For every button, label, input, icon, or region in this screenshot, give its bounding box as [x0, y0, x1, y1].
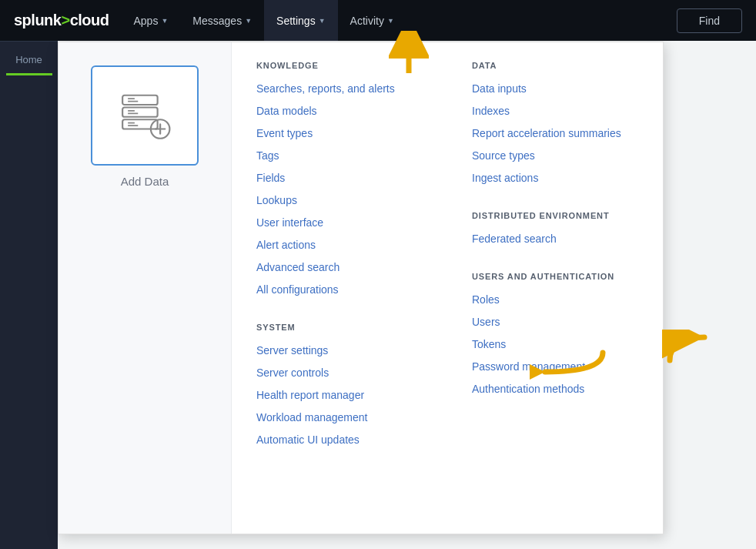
top-navigation: splunk>cloud Apps ▼ Messages ▼ Settings …	[0, 0, 756, 41]
main-layout: Home	[0, 41, 756, 549]
link-ingest-actions[interactable]: Ingest actions	[472, 167, 641, 189]
add-data-button[interactable]	[91, 65, 199, 166]
link-searches-reports-alerts[interactable]: Searches, reports, and alerts	[256, 78, 426, 100]
link-advanced-search[interactable]: Advanced search	[256, 256, 426, 279]
nav-activity-label: Activity	[350, 15, 384, 27]
find-button[interactable]: Find	[677, 8, 742, 33]
nav-messages[interactable]: Messages ▼	[180, 0, 264, 41]
arrow-up-icon	[389, 31, 429, 73]
nav-apps[interactable]: Apps ▼	[121, 0, 180, 41]
arrow-up-indicator	[389, 31, 429, 76]
link-server-settings[interactable]: Server settings	[256, 340, 426, 362]
add-data-section: Add Data	[59, 42, 232, 534]
svg-rect-5	[122, 108, 158, 117]
link-lookups[interactable]: Lookups	[256, 189, 426, 212]
users-auth-header: USERS AND AUTHENTICATION	[472, 272, 641, 281]
link-event-types[interactable]: Event types	[256, 122, 426, 145]
logo-splunk: splunk	[14, 12, 61, 28]
add-data-label: Add Data	[121, 175, 169, 188]
link-user-interface[interactable]: User interface	[256, 212, 426, 234]
data-header: DATA	[472, 61, 641, 70]
link-health-report-manager[interactable]: Health report manager	[256, 384, 426, 407]
link-data-models[interactable]: Data models	[256, 100, 426, 122]
arrow-auth-icon	[662, 330, 716, 368]
link-tags[interactable]: Tags	[256, 145, 426, 167]
link-indexes[interactable]: Indexes	[472, 100, 641, 122]
nav-messages-label: Messages	[192, 15, 242, 27]
link-report-acceleration-summaries[interactable]: Report acceleration summaries	[472, 122, 641, 145]
link-users[interactable]: Users	[472, 311, 641, 333]
system-header: SYSTEM	[256, 323, 426, 332]
nav-settings[interactable]: Settings ▼	[264, 0, 338, 41]
link-source-types[interactable]: Source types	[472, 145, 641, 167]
settings-dropdown: Add Data KNOWLEDGE Searches, reports, an…	[58, 42, 664, 534]
home-label: Home	[15, 54, 42, 65]
nav-settings-caret: ▼	[319, 17, 326, 25]
logo-arrow: >	[61, 12, 69, 28]
sidebar: Home	[0, 41, 58, 549]
link-federated-search[interactable]: Federated search	[472, 228, 641, 250]
svg-rect-2	[122, 95, 158, 105]
link-alert-actions[interactable]: Alert actions	[256, 234, 426, 256]
menu-columns: KNOWLEDGE Searches, reports, and alerts …	[232, 42, 663, 534]
logo-cloud: cloud	[70, 12, 109, 28]
link-fields[interactable]: Fields	[256, 167, 426, 189]
link-data-inputs[interactable]: Data inputs	[472, 78, 641, 100]
nav-activity-caret: ▼	[387, 17, 394, 25]
link-roles[interactable]: Roles	[472, 289, 641, 311]
add-data-icon	[114, 89, 176, 142]
link-automatic-ui-updates[interactable]: Automatic UI updates	[256, 429, 426, 451]
arrow-auth-indicator	[662, 330, 716, 371]
nav-apps-caret: ▼	[161, 17, 168, 25]
logo[interactable]: splunk>cloud	[8, 12, 121, 29]
arrow-roles-indicator	[530, 345, 607, 387]
sidebar-home[interactable]: Home	[9, 48, 49, 72]
arrow-roles-icon	[530, 345, 607, 383]
home-indicator	[6, 73, 52, 75]
nav-messages-caret: ▼	[245, 17, 252, 25]
link-all-configurations[interactable]: All configurations	[256, 279, 426, 301]
left-menu-col: KNOWLEDGE Searches, reports, and alerts …	[256, 61, 426, 515]
link-server-controls[interactable]: Server controls	[256, 362, 426, 384]
link-workload-management[interactable]: Workload management	[256, 407, 426, 429]
right-menu-col: DATA Data inputs Indexes Report accelera…	[472, 61, 641, 515]
distributed-header: DISTRIBUTED ENVIRONMENT	[472, 211, 641, 220]
nav-apps-label: Apps	[133, 15, 158, 27]
nav-settings-label: Settings	[276, 15, 316, 27]
